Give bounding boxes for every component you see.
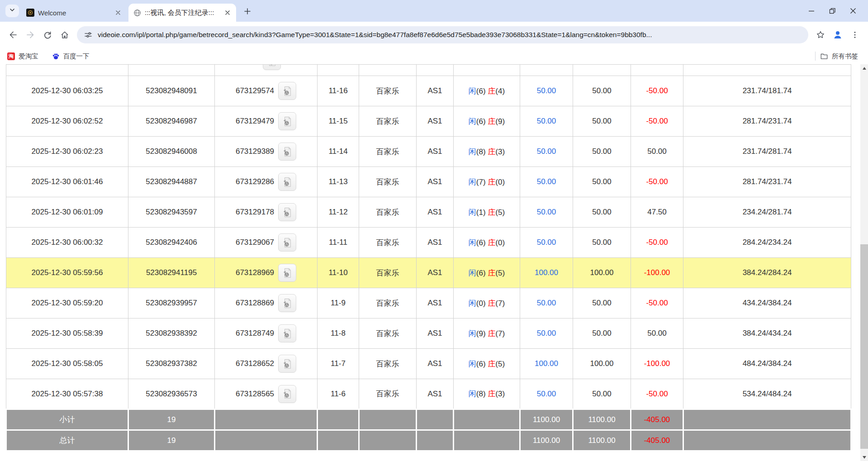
bookmark-item-baidu[interactable]: 百度一下 bbox=[52, 52, 90, 61]
bookmark-item-aitaobao[interactable]: 淘 爱淘宝 bbox=[7, 52, 38, 61]
reload-button[interactable] bbox=[39, 26, 56, 43]
cell-table-id: AS1 bbox=[417, 228, 454, 258]
cell-game-name: 百家乐 bbox=[359, 228, 417, 258]
profile-avatar[interactable] bbox=[829, 26, 846, 43]
footer-empty-cell bbox=[359, 409, 417, 430]
tab-close-button[interactable] bbox=[223, 9, 232, 17]
home-button[interactable] bbox=[56, 26, 73, 43]
cell-bet-id: 523082939957 bbox=[128, 288, 215, 318]
tab-betrecord[interactable]: :::视讯, 会员下注纪录::: bbox=[128, 4, 236, 22]
cell-table-id: AS1 bbox=[417, 318, 454, 349]
video-replay-button[interactable] bbox=[278, 173, 296, 191]
navigation-toolbar: videoie.com/ipl/portal.php/game/betrecor… bbox=[0, 22, 868, 48]
menu-button[interactable] bbox=[846, 26, 863, 43]
cell-valid-amount: 50.00 bbox=[573, 228, 631, 258]
cell-game-name: 百家乐 bbox=[359, 137, 417, 167]
cell-bet-amount: 50.00 bbox=[520, 167, 573, 197]
all-bookmarks-button[interactable]: 所有书签 bbox=[820, 52, 858, 61]
video-replay-icon bbox=[282, 86, 293, 96]
cell-bet-amount: 50.00 bbox=[520, 197, 573, 228]
window-controls bbox=[801, 0, 863, 22]
forward-button[interactable] bbox=[22, 26, 39, 43]
cell-game-name: 百家乐 bbox=[359, 349, 417, 379]
cell-round: 11-14 bbox=[318, 137, 359, 167]
cell-table-id: AS1 bbox=[417, 137, 454, 167]
cell-win-loss: -50.00 bbox=[631, 167, 683, 197]
cell-bet-amount: 50.00 bbox=[520, 137, 573, 167]
table-row[interactable]: 2025-12-30 05:58:05523082937382673128652… bbox=[6, 349, 851, 379]
cell-bet-id: 523082946987 bbox=[128, 106, 215, 137]
cell-bet-amount: 100.00 bbox=[520, 349, 573, 379]
scroll-down-button[interactable] bbox=[860, 453, 868, 461]
cell-table-id: AS1 bbox=[417, 106, 454, 137]
plus-icon bbox=[244, 8, 251, 15]
back-icon bbox=[9, 30, 18, 39]
vertical-scrollbar[interactable] bbox=[860, 64, 868, 461]
cell-time: 2025-12-30 06:01:46 bbox=[6, 167, 128, 197]
table-row[interactable]: 2025-12-30 06:03:25523082948091673129574… bbox=[6, 76, 851, 106]
video-replay-button[interactable] bbox=[278, 324, 296, 342]
video-replay-icon bbox=[282, 359, 293, 369]
restore-button[interactable] bbox=[822, 0, 843, 22]
minimize-icon bbox=[808, 8, 815, 14]
url-text[interactable]: videoie.com/ipl/portal.php/game/betrecor… bbox=[98, 31, 652, 39]
tab-welcome[interactable]: Welcome bbox=[22, 4, 127, 22]
video-replay-button[interactable] bbox=[263, 65, 281, 71]
cell-valid-amount: 50.00 bbox=[573, 197, 631, 228]
cell-bet-id: 523082943597 bbox=[128, 197, 215, 228]
bookmark-star-button[interactable] bbox=[812, 26, 829, 43]
table-row[interactable]: 2025-12-30 05:59:56523082941195673128969… bbox=[6, 258, 851, 288]
video-replay-button[interactable] bbox=[278, 233, 296, 252]
partial-row bbox=[6, 65, 851, 76]
table-row[interactable]: 2025-12-30 06:02:52523082946987673129479… bbox=[6, 106, 851, 137]
tab-search-button[interactable] bbox=[5, 5, 19, 17]
scroll-up-button[interactable] bbox=[860, 64, 868, 72]
minimize-button[interactable] bbox=[801, 0, 822, 22]
close-icon bbox=[850, 8, 856, 14]
cell-balance: 384.24/284.24 bbox=[683, 258, 851, 288]
tab-close-button[interactable] bbox=[114, 9, 122, 17]
video-replay-button[interactable] bbox=[278, 82, 296, 100]
cell-time: 2025-12-30 06:00:32 bbox=[6, 228, 128, 258]
video-replay-button[interactable] bbox=[278, 143, 296, 161]
footer-bet-total: 1100.00 bbox=[520, 430, 573, 451]
cell-bet-amount: 50.00 bbox=[520, 76, 573, 106]
partial-video-replay-button[interactable] bbox=[263, 65, 281, 71]
subtotal-row: 小计191100.001100.00-405.00 bbox=[6, 409, 851, 430]
cell-round: 11-12 bbox=[318, 197, 359, 228]
cell-win-loss: 47.50 bbox=[631, 197, 683, 228]
table-row[interactable]: 2025-12-30 06:02:23523082946008673129389… bbox=[6, 137, 851, 167]
address-bar[interactable]: videoie.com/ipl/portal.php/game/betrecor… bbox=[77, 26, 808, 43]
scrollbar-thumb[interactable] bbox=[860, 244, 868, 449]
video-replay-button[interactable] bbox=[278, 294, 296, 312]
video-replay-button[interactable] bbox=[278, 355, 296, 373]
star-icon bbox=[816, 30, 825, 39]
cell-bet-amount: 50.00 bbox=[520, 318, 573, 349]
cell-game-id: 673129574 bbox=[215, 76, 318, 106]
table-row[interactable]: 2025-12-30 05:59:20523082939957673128869… bbox=[6, 288, 851, 318]
video-replay-button[interactable] bbox=[278, 203, 296, 221]
footer-empty-cell bbox=[454, 430, 520, 451]
table-row[interactable]: 2025-12-30 06:00:32523082942406673129067… bbox=[6, 228, 851, 258]
cell-result: 闲(6) 庄(5) bbox=[454, 258, 520, 288]
table-row[interactable]: 2025-12-30 06:01:09523082943597673129178… bbox=[6, 197, 851, 228]
forward-icon bbox=[26, 30, 35, 39]
back-button[interactable] bbox=[5, 26, 22, 43]
video-replay-button[interactable] bbox=[278, 385, 296, 403]
cell-balance: 434.24/384.24 bbox=[683, 288, 851, 318]
new-tab-button[interactable] bbox=[242, 5, 253, 17]
cell-balance: 231.74/181.74 bbox=[683, 76, 851, 106]
table-row[interactable]: 2025-12-30 05:57:38523082936573673128565… bbox=[6, 379, 851, 409]
cell-balance: 534.24/484.24 bbox=[683, 379, 851, 409]
video-replay-icon bbox=[267, 65, 277, 67]
cell-win-loss: 50.00 bbox=[631, 137, 683, 167]
browser-window: Welcome :::视讯, 会员下注纪录::: bbox=[0, 0, 868, 461]
close-window-button[interactable] bbox=[843, 0, 863, 22]
tune-icon[interactable] bbox=[84, 31, 92, 39]
video-replay-icon bbox=[282, 268, 293, 278]
video-replay-button[interactable] bbox=[278, 112, 296, 130]
table-row[interactable]: 2025-12-30 06:01:46523082944887673129286… bbox=[6, 167, 851, 197]
table-row[interactable]: 2025-12-30 05:58:39523082938392673128749… bbox=[6, 318, 851, 349]
video-replay-button[interactable] bbox=[278, 264, 296, 282]
cell-bet-id: 523082937382 bbox=[128, 349, 215, 379]
